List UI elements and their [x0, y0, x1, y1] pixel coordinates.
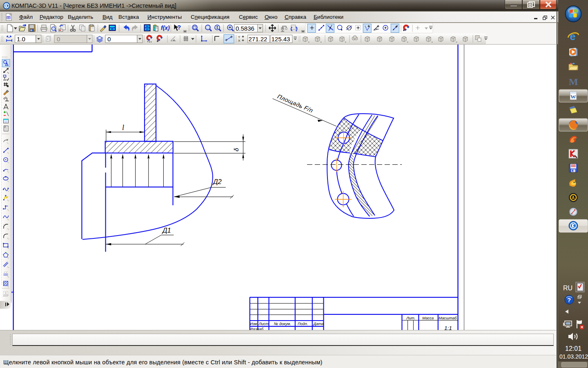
svg-text:0.5836: 0.5836 — [236, 25, 254, 32]
svg-text:Масса: Масса — [422, 316, 434, 320]
svg-text:Y: Y — [238, 35, 241, 39]
svg-text:f(x): f(x) — [161, 25, 170, 31]
svg-text:Подп.: Подп. — [298, 321, 308, 326]
svg-text:01.03.2012: 01.03.2012 — [559, 353, 588, 360]
svg-text:0: 0 — [57, 36, 60, 43]
svg-text:?: ? — [177, 24, 181, 31]
svg-text:№ докум.: № докум. — [274, 321, 291, 326]
svg-text:A: A — [572, 195, 575, 200]
svg-text:X: X — [238, 39, 241, 43]
svg-text:δ: δ — [233, 148, 240, 151]
svg-text:1.0: 1.0 — [17, 36, 25, 43]
svg-text:12:01: 12:01 — [565, 345, 581, 352]
svg-text:125.43: 125.43 — [272, 36, 290, 43]
svg-text:W: W — [570, 94, 576, 100]
svg-text:Площадь F/n: Площадь F/n — [276, 93, 314, 114]
svg-text:Дата: Дата — [313, 321, 324, 326]
svg-text:M: M — [569, 76, 578, 87]
svg-text:Масштаб: Масштаб — [439, 316, 457, 320]
svg-text:Д2: Д2 — [212, 178, 222, 185]
svg-text:Изм.: Изм. — [250, 321, 258, 326]
svg-text:l: l — [122, 123, 124, 132]
svg-text:Д1: Д1 — [162, 227, 171, 234]
svg-text:RU: RU — [563, 285, 572, 292]
svg-text:Лит.: Лит. — [406, 316, 415, 320]
svg-text:Лист: Лист — [258, 321, 269, 326]
svg-text:?: ? — [567, 296, 571, 303]
svg-text:271.22: 271.22 — [249, 36, 267, 43]
svg-text:0: 0 — [107, 36, 111, 43]
svg-text:?: ? — [154, 24, 156, 29]
